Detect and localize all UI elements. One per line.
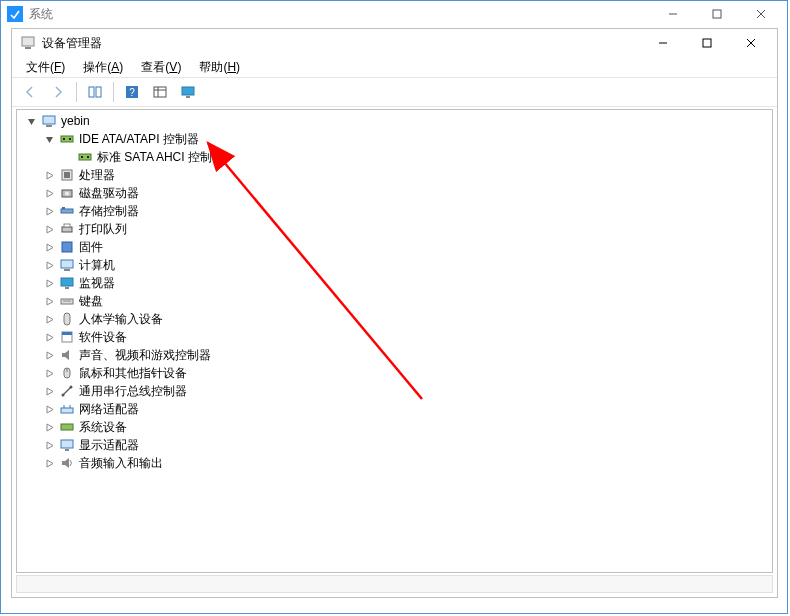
tree-item-sata-ahci[interactable]: 标准 SATA AHCI 控制器 (21, 148, 772, 166)
svg-rect-39 (65, 287, 69, 289)
tree-item[interactable]: 监视器 (21, 274, 772, 292)
expand-icon[interactable] (43, 367, 55, 379)
menu-help[interactable]: 帮助(H) (191, 58, 248, 77)
svg-line-48 (63, 387, 71, 395)
outer-window-controls (651, 1, 783, 27)
device-tree: yebin IDE ATA/ATAPI 控制器 标准 SATA AHCI 控制器… (17, 110, 772, 474)
outer-close-button[interactable] (739, 1, 783, 27)
device-manager-icon (20, 35, 36, 51)
tree-item-label: 网络适配器 (79, 400, 139, 418)
tree-item[interactable]: 键盘 (21, 292, 772, 310)
svg-rect-23 (69, 138, 71, 140)
expand-icon[interactable] (43, 403, 55, 415)
expand-icon[interactable] (43, 205, 55, 217)
tree-item[interactable]: 显示适配器 (21, 436, 772, 454)
expand-icon[interactable] (43, 223, 55, 235)
no-toggle (61, 151, 73, 163)
outer-titlebar: 系统 (1, 1, 787, 27)
nav-forward-button[interactable] (45, 80, 71, 104)
nav-back-button[interactable] (17, 80, 43, 104)
svg-rect-34 (64, 224, 70, 227)
tree-item[interactable]: 计算机 (21, 256, 772, 274)
outer-maximize-button[interactable] (695, 1, 739, 27)
expand-icon[interactable] (43, 349, 55, 361)
tree-item[interactable]: 人体学输入设备 (21, 310, 772, 328)
toolbar-separator (76, 82, 77, 102)
expand-icon[interactable] (43, 187, 55, 199)
keyboard-icon (59, 293, 75, 309)
expand-icon[interactable] (43, 457, 55, 469)
device-tree-panel[interactable]: yebin IDE ATA/ATAPI 控制器 标准 SATA AHCI 控制器… (16, 109, 773, 573)
controller-icon (59, 131, 75, 147)
tree-root[interactable]: yebin (21, 112, 772, 130)
collapse-icon[interactable] (25, 115, 37, 127)
expand-icon[interactable] (43, 277, 55, 289)
expand-icon[interactable] (43, 421, 55, 433)
svg-rect-14 (154, 87, 166, 97)
mouse-icon (59, 365, 75, 381)
system-window: 系统 设备管理器 文件(F) 操作(A) 查看(V) 帮助(H) (0, 0, 788, 614)
menu-bar: 文件(F) 操作(A) 查看(V) 帮助(H) (12, 57, 777, 77)
menu-action[interactable]: 操作(A) (75, 58, 131, 77)
help-button[interactable]: ? (119, 80, 145, 104)
inner-close-button[interactable] (729, 30, 773, 56)
printer-icon (59, 221, 75, 237)
svg-rect-35 (62, 242, 72, 252)
tree-item-label: 监视器 (79, 274, 115, 292)
outer-minimize-button[interactable] (651, 1, 695, 27)
tree-item[interactable]: 网络适配器 (21, 400, 772, 418)
inner-minimize-button[interactable] (641, 30, 685, 56)
svg-rect-5 (25, 47, 31, 49)
hid-icon (59, 311, 75, 327)
tree-item-label: IDE ATA/ATAPI 控制器 (79, 130, 199, 148)
sound-icon (59, 347, 75, 363)
expand-icon[interactable] (43, 169, 55, 181)
tree-item[interactable]: 存储控制器 (21, 202, 772, 220)
tree-item-label: 音频输入和输出 (79, 454, 163, 472)
tree-item-label: 计算机 (79, 256, 115, 274)
svg-rect-38 (61, 278, 73, 286)
inner-maximize-button[interactable] (685, 30, 729, 56)
details-view-button[interactable] (147, 80, 173, 104)
tree-item-label: 存储控制器 (79, 202, 139, 220)
tree-item[interactable]: 固件 (21, 238, 772, 256)
svg-rect-42 (64, 313, 70, 325)
tree-item-ide-controller[interactable]: IDE ATA/ATAPI 控制器 (21, 130, 772, 148)
tree-item[interactable]: 处理器 (21, 166, 772, 184)
tree-item-label: 标准 SATA AHCI 控制器 (97, 148, 224, 166)
expand-icon[interactable] (43, 439, 55, 451)
tree-item[interactable]: 软件设备 (21, 328, 772, 346)
expand-icon[interactable] (43, 241, 55, 253)
computer-icon (41, 113, 57, 129)
tree-item[interactable]: 声音、视频和游戏控制器 (21, 346, 772, 364)
svg-rect-26 (87, 156, 89, 158)
tree-item[interactable]: 打印队列 (21, 220, 772, 238)
menu-file[interactable]: 文件(F) (18, 58, 73, 77)
svg-rect-19 (43, 116, 55, 124)
expand-icon[interactable] (43, 295, 55, 307)
monitor-view-button[interactable] (175, 80, 201, 104)
tree-item[interactable]: 磁盘驱动器 (21, 184, 772, 202)
tree-item-label: 磁盘驱动器 (79, 184, 139, 202)
tree-root-label: yebin (61, 112, 90, 130)
tree-item[interactable]: 通用串行总线控制器 (21, 382, 772, 400)
expand-icon[interactable] (43, 259, 55, 271)
menu-view[interactable]: 查看(V) (133, 58, 189, 77)
tree-item[interactable]: 系统设备 (21, 418, 772, 436)
expand-icon[interactable] (43, 385, 55, 397)
inner-window-title: 设备管理器 (42, 35, 641, 52)
outer-window-title: 系统 (29, 6, 651, 23)
tree-item-label: 人体学输入设备 (79, 310, 163, 328)
svg-rect-11 (96, 87, 101, 97)
tree-item[interactable]: 音频输入和输出 (21, 454, 772, 472)
inner-window-controls (641, 30, 773, 56)
svg-rect-18 (186, 96, 190, 98)
expand-icon[interactable] (43, 313, 55, 325)
tree-item[interactable]: 鼠标和其他指针设备 (21, 364, 772, 382)
expand-icon[interactable] (43, 331, 55, 343)
tree-item-label: 软件设备 (79, 328, 127, 346)
collapse-icon[interactable] (43, 133, 55, 145)
svg-rect-28 (64, 172, 70, 178)
disk-icon (59, 185, 75, 201)
show-hide-tree-button[interactable] (82, 80, 108, 104)
